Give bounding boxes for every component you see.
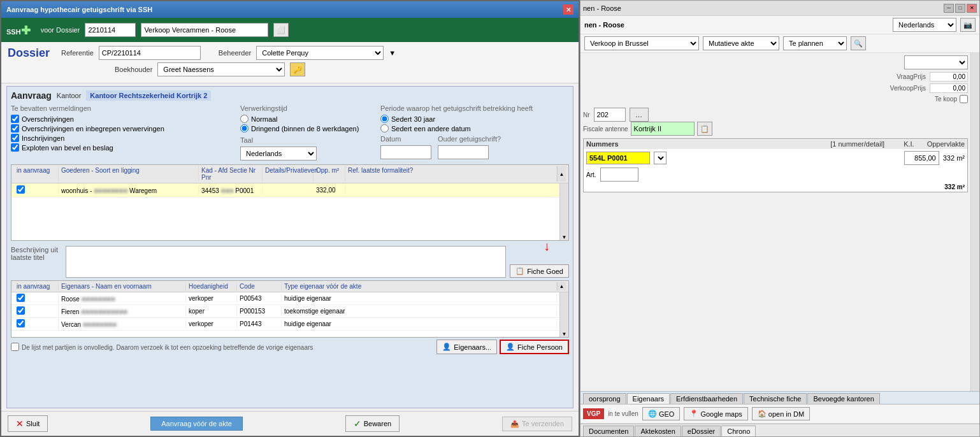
radio-andere-datum-label: Sedert een andere datum: [391, 125, 471, 133]
goederen-cell-aanvraag-1: [14, 185, 59, 196]
nummer-row-2: Art.: [584, 167, 967, 182]
ref-input[interactable]: [99, 46, 201, 60]
right-scrollbar[interactable]: [970, 53, 979, 391]
incomplete-note: De lijst met partijen is onvolledig. Daa…: [22, 344, 313, 351]
opp-total: 332 m²: [944, 183, 965, 190]
verkoopprijs-input[interactable]: [930, 83, 968, 93]
win-maximize-btn[interactable]: □: [955, 4, 965, 13]
eigenaars-cell-hoed-1: verkoper: [186, 294, 237, 303]
maps-button[interactable]: 📍 Google maps: [684, 407, 747, 420]
aanvraag-middle: Verwerkingstijd Normaal Dringend (binnen…: [240, 104, 368, 161]
tab-oorsprong[interactable]: oorsprong: [583, 393, 626, 404]
goederen-scroll-area[interactable]: ▼: [559, 183, 568, 240]
nr-input[interactable]: [594, 108, 626, 122]
nummers-section: Nummers [1 nummer/detail] K.I. Oppervlak…: [583, 138, 968, 192]
eigenaars-chk-3[interactable]: [17, 319, 25, 327]
fiche-persoon-button[interactable]: 👤 Fiche Persoon: [500, 340, 569, 354]
beschrijving-textarea[interactable]: [66, 246, 506, 278]
ssh-text: SSH: [6, 28, 21, 36]
tab-bevoegde-kantoren[interactable]: Bevoegde kantoren: [807, 393, 879, 404]
vraagprijs-label: VraagPrijs: [897, 73, 926, 80]
blurred-naam-3: ■■■■■■■■: [83, 320, 117, 328]
tab-eigenaars[interactable]: Eigenaars: [627, 393, 670, 404]
maps-label: Google maps: [700, 410, 742, 418]
boekhouder-select[interactable]: Greet Naessens: [157, 62, 285, 76]
art-input[interactable]: [600, 168, 638, 182]
ssh-icon-button[interactable]: ⬜: [273, 23, 289, 37]
tab-edossier[interactable]: eDossier: [682, 426, 721, 436]
search-icon-btn[interactable]: 🔍: [851, 36, 866, 50]
win-minimize-btn[interactable]: ─: [944, 4, 954, 13]
tab-technische-fiche-label: Technische fiche: [749, 395, 801, 403]
periode-label: Periode waarop het getuigschrift betrekk…: [380, 104, 569, 112]
opp-value-1: 332 m²: [943, 154, 965, 162]
tab-chrono[interactable]: Chrono: [721, 426, 756, 436]
radio-sedert30-input[interactable]: [380, 115, 389, 123]
eigenaars-chk-2[interactable]: [17, 306, 25, 315]
right-spacer: [583, 192, 968, 224]
radio-dringend-input[interactable]: [240, 124, 249, 133]
goederen-scroll-up[interactable]: ▲: [557, 166, 566, 182]
verzenden-button[interactable]: 📤 Te verzenden: [502, 417, 572, 431]
chk-inschrijvingen[interactable]: [11, 134, 19, 142]
nr-expand-btn[interactable]: …: [630, 108, 649, 122]
incomplete-chk[interactable]: [11, 343, 19, 351]
eigenaars-bottom-row: De lijst met partijen is onvolledig. Daa…: [11, 340, 569, 354]
radio-andere-datum-input[interactable]: [380, 124, 389, 133]
fiscale-icon-btn[interactable]: 📋: [697, 122, 712, 136]
extra-select[interactable]: [904, 55, 968, 69]
boekhouder-icon-btn[interactable]: 🔑: [290, 62, 305, 76]
tab-documenten[interactable]: Documenten: [583, 426, 634, 436]
radio-normaal-input[interactable]: [240, 115, 249, 123]
tab-erfdienstbaarheden[interactable]: Erfdienstbaarheden: [670, 393, 743, 404]
chk-overschrijvingen[interactable]: [11, 115, 19, 123]
te-koop-label: Te koop: [935, 96, 957, 103]
geo-button[interactable]: 🌐 GEO: [642, 407, 680, 420]
nummer-dropdown[interactable]: [654, 152, 667, 164]
verkoop-input[interactable]: [141, 23, 268, 37]
goederen-chk-1[interactable]: [17, 185, 25, 194]
eigenaars-col-hoed: Hoedanigheid: [186, 282, 237, 290]
win-close-btn[interactable]: ✕: [967, 4, 977, 13]
tab-technische-fiche[interactable]: Technische fiche: [744, 393, 807, 404]
dossier-number-input[interactable]: [85, 23, 136, 37]
ouder-input[interactable]: [438, 145, 489, 159]
eigenaars-cell-naam-1: Roose ■■■■■■■■: [59, 294, 186, 303]
fiscale-input[interactable]: [631, 122, 695, 136]
tab-aktekosten[interactable]: Aktekosten: [635, 426, 681, 436]
right-title: nen - Roose: [583, 4, 942, 12]
goederen-cell-kad-1: 34453 ■■■ P0001: [199, 186, 263, 195]
vgp-button[interactable]: VGP: [583, 408, 604, 419]
kl-input[interactable]: [904, 151, 939, 165]
eigenaars-cell-type-1: huidige eigenaar: [282, 294, 557, 303]
close-button[interactable]: ✕: [563, 4, 573, 15]
lang-select[interactable]: Nederlands Frans: [893, 18, 956, 32]
status-select[interactable]: Te plannen: [783, 36, 847, 50]
chk-exploten[interactable]: [11, 143, 19, 152]
eigenaars-scroll-up[interactable]: ▲: [557, 282, 566, 290]
eigenaars-button[interactable]: 👤 Eigenaars...: [436, 340, 497, 354]
nummer-input-1[interactable]: [586, 152, 650, 164]
vraagprijs-input[interactable]: [930, 72, 968, 82]
akte-type-select[interactable]: Mutatieve akte: [703, 36, 779, 50]
sluit-button[interactable]: ✕ Sluit: [8, 415, 48, 432]
datum-input[interactable]: [380, 145, 431, 159]
fiche-goed-button[interactable]: 📋 Fiche Goed: [510, 264, 569, 278]
bewaren-button[interactable]: ✓ Bewaren: [345, 415, 400, 432]
taal-select[interactable]: Nederlands Frans Duits: [240, 147, 317, 161]
eigenaars-chk-1[interactable]: [17, 294, 25, 302]
goederen-table: in aanvraag Goederen - Soort en ligging …: [11, 164, 569, 241]
dm-button[interactable]: 🏠 open in DM: [752, 407, 810, 420]
verkoop-select[interactable]: Verkoop in Brussel: [584, 36, 699, 50]
red-arrow-down: ↓: [544, 239, 550, 254]
fiche-goed-icon: 📋: [515, 267, 524, 275]
beheerder-select[interactable]: Colette Perquy: [256, 46, 384, 60]
te-koop-chk[interactable]: [960, 95, 968, 103]
goederen-row-1: woonhuis - ■■■■■■■■ Waregem 34453 ■■■ P0…: [11, 183, 559, 197]
aanvraag-button[interactable]: Aanvraag vóór de akte: [150, 417, 243, 431]
geo-icon: 🌐: [648, 410, 657, 418]
aanvraag-section: Aanvraag Kantoor Kantoor Rechtszekerheid…: [6, 86, 573, 408]
eigenaars-scroll-area[interactable]: ▼: [559, 292, 568, 337]
chk-overschrijvingen-inbegrepen[interactable]: [11, 124, 19, 133]
right-icon-btn[interactable]: 📷: [960, 18, 976, 32]
